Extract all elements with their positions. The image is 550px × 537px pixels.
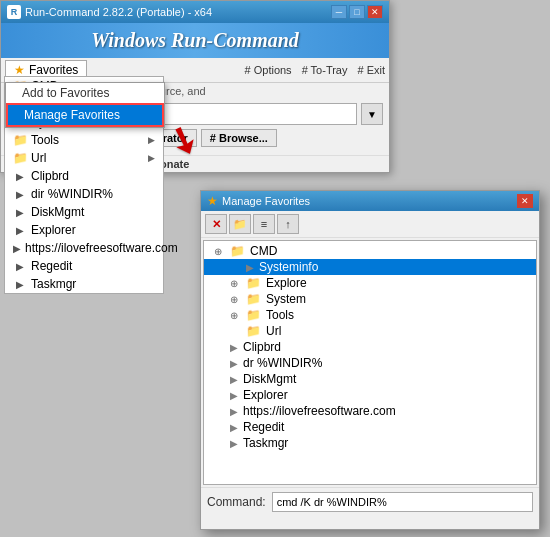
- dialog-close-button[interactable]: ✕: [517, 194, 533, 208]
- tree-item-label: dr %WINDIR%: [243, 356, 322, 370]
- tree-item-label: Taskmgr: [243, 436, 288, 450]
- fav-item-label: Clipbrd: [31, 169, 155, 183]
- tree-item-label: Explorer: [243, 388, 288, 402]
- exit-menu[interactable]: # Exit: [357, 64, 385, 76]
- folder-icon: 📁: [13, 151, 27, 165]
- favorites-dropdown: Add to Favorites Manage Favorites: [5, 82, 165, 128]
- dialog-toolbar: ✕ 📁 ≡ ↑: [201, 211, 539, 238]
- tree-item-label: Explore: [266, 276, 307, 290]
- title-controls: ─ □ ✕: [331, 5, 383, 19]
- tree-item[interactable]: ▶https://ilovefreesoftware.com: [204, 403, 536, 419]
- dialog-title-bar: ★ Manage Favorites ✕: [201, 191, 539, 211]
- tree-item[interactable]: ▶DiskMgmt: [204, 371, 536, 387]
- favorites-label: Favorites: [29, 63, 78, 77]
- delete-button[interactable]: ✕: [205, 214, 227, 234]
- tree-item-label: CMD: [250, 244, 277, 258]
- tree-item-label: DiskMgmt: [243, 372, 296, 386]
- browse-label: # Browse...: [210, 132, 268, 144]
- minimize-button[interactable]: ─: [331, 5, 347, 19]
- fav-item-label: Taskmgr: [31, 277, 155, 291]
- new-folder-button[interactable]: 📁: [229, 214, 251, 234]
- tree-toggle-icon: ⊕: [230, 294, 244, 305]
- favorites-list-item[interactable]: ▶Regedit: [5, 257, 163, 275]
- folder-icon: 📁: [13, 133, 27, 147]
- cmd-icon: ▶: [13, 259, 27, 273]
- folder-icon: 📁: [246, 308, 261, 322]
- dropdown-arrow[interactable]: ▼: [361, 103, 383, 125]
- tree-item-label: Tools: [266, 308, 294, 322]
- manage-favorites-item[interactable]: Manage Favorites: [6, 103, 164, 127]
- add-to-favorites-item[interactable]: Add to Favorites: [6, 83, 164, 103]
- favorites-list-item[interactable]: 📁Url▶: [5, 149, 163, 167]
- tree-item[interactable]: ⊕📁Explore: [204, 275, 536, 291]
- fav-item-label: Explorer: [31, 223, 155, 237]
- tree-item[interactable]: ▶Explorer: [204, 387, 536, 403]
- tree-toggle-icon: ⊕: [214, 246, 228, 257]
- cmd-icon: ▶: [13, 205, 27, 219]
- command-value-input[interactable]: [272, 492, 533, 512]
- maximize-button[interactable]: □: [349, 5, 365, 19]
- folder-icon: 📁: [246, 324, 261, 338]
- favorites-list-item[interactable]: ▶Taskmgr: [5, 275, 163, 293]
- app-icon: R: [7, 5, 21, 19]
- tree-item[interactable]: ▶Regedit: [204, 419, 536, 435]
- cmd-icon: ▶: [230, 420, 238, 434]
- cmd-icon: ▶: [230, 372, 238, 386]
- fav-item-label: dir %WINDIR%: [31, 187, 155, 201]
- cmd-icon: ▶: [13, 169, 27, 183]
- fav-item-label: Url: [31, 151, 144, 165]
- cmd-icon: ▶: [230, 356, 238, 370]
- folder-icon: 📁: [246, 292, 261, 306]
- fav-item-label: https://ilovefreesoftware.com: [25, 241, 178, 255]
- tree-item[interactable]: ▶Taskmgr: [204, 435, 536, 451]
- fav-item-label: Tools: [31, 133, 144, 147]
- browse-button[interactable]: # Browse...: [201, 129, 277, 147]
- fav-item-label: DiskMgmt: [31, 205, 155, 219]
- cmd-icon: ▶: [230, 404, 238, 418]
- favorites-list-item[interactable]: ▶Explorer: [5, 221, 163, 239]
- move-up-button[interactable]: ↑: [277, 214, 299, 234]
- tree-item-label: Regedit: [243, 420, 284, 434]
- tree-item[interactable]: ⊕📁System: [204, 291, 536, 307]
- cmd-icon: ▶: [230, 388, 238, 402]
- favorites-list-item[interactable]: ▶dir %WINDIR%: [5, 185, 163, 203]
- tree-item[interactable]: ▶Clipbrd: [204, 339, 536, 355]
- cmd-icon: ▶: [13, 187, 27, 201]
- fav-item-label: Regedit: [31, 259, 155, 273]
- options-menu[interactable]: # Options: [245, 64, 292, 76]
- tree-item[interactable]: 📁Url: [204, 323, 536, 339]
- tree-toggle-icon: ⊕: [230, 278, 244, 289]
- manage-favorites-dialog: ★ Manage Favorites ✕ ✕ 📁 ≡ ↑ ⊕📁CMD▶Syste…: [200, 190, 540, 530]
- app-header: Windows Run-Command: [1, 23, 389, 58]
- cmd-icon: ▶: [13, 223, 27, 237]
- tree-item-label: System: [266, 292, 306, 306]
- tree-item[interactable]: ▶dr %WINDIR%: [204, 355, 536, 371]
- title-bar: R Run-Command 2.82.2 (Portable) - x64 ─ …: [1, 1, 389, 23]
- dialog-title-label: Manage Favorites: [222, 195, 310, 207]
- cmd-icon: ▶: [230, 340, 238, 354]
- submenu-arrow-icon: ▶: [148, 153, 155, 163]
- tree-item[interactable]: ⊕📁CMD: [204, 243, 536, 259]
- tree-item-label: https://ilovefreesoftware.com: [243, 404, 396, 418]
- command-bar: Command:: [201, 487, 539, 516]
- favorites-list-item[interactable]: 📁Tools▶: [5, 131, 163, 149]
- tree-toggle-icon: ⊕: [230, 310, 244, 321]
- cmd-icon: ▶: [230, 436, 238, 450]
- totray-menu[interactable]: # To-Tray: [302, 64, 348, 76]
- edit-button[interactable]: ≡: [253, 214, 275, 234]
- cmd-icon: ▶: [13, 277, 27, 291]
- folder-icon: 📁: [246, 276, 261, 290]
- tree-item[interactable]: ▶Systeminfo: [204, 259, 536, 275]
- tree-item-label: Url: [266, 324, 281, 338]
- close-button[interactable]: ✕: [367, 5, 383, 19]
- favorites-list-item[interactable]: ▶Clipbrd: [5, 167, 163, 185]
- favorites-list-item[interactable]: ▶DiskMgmt: [5, 203, 163, 221]
- cmd-icon: ▶: [13, 241, 21, 255]
- tree-area[interactable]: ⊕📁CMD▶Systeminfo⊕📁Explore⊕📁System⊕📁Tools…: [203, 240, 537, 485]
- tree-item[interactable]: ⊕📁Tools: [204, 307, 536, 323]
- favorites-list-item[interactable]: ▶https://ilovefreesoftware.com: [5, 239, 163, 257]
- submenu-arrow-icon: ▶: [148, 135, 155, 145]
- cmd-icon: ▶: [246, 260, 254, 274]
- window-title: Run-Command 2.82.2 (Portable) - x64: [25, 6, 212, 18]
- tree-item-label: Systeminfo: [259, 260, 318, 274]
